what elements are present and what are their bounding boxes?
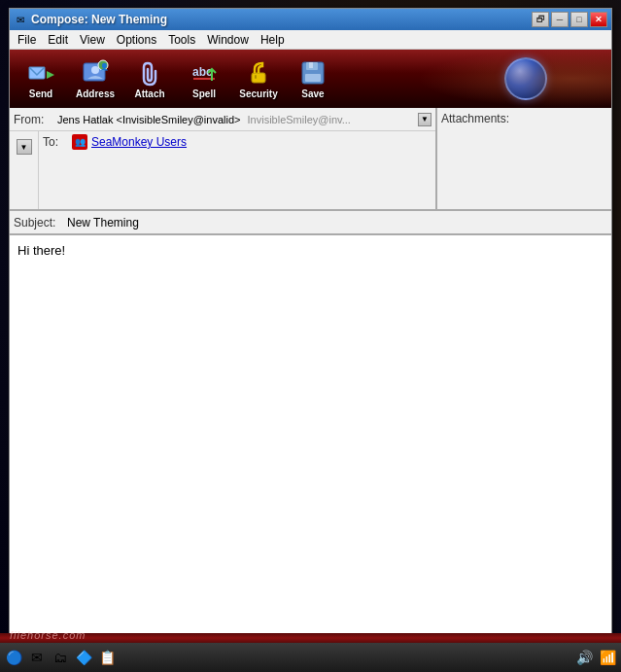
- menu-edit[interactable]: Edit: [42, 31, 74, 49]
- taskbar-right: 🔊 📶: [574, 648, 617, 667]
- spell-label: Spell: [192, 88, 216, 99]
- address-button[interactable]: 👤 Address: [70, 53, 121, 104]
- attachments-label: Attachments:: [441, 112, 607, 125]
- save-label: Save: [301, 88, 324, 99]
- from-row: From: Jens Hatlak <InvisibleSmiley@inval…: [10, 108, 435, 131]
- to-label: To:: [43, 135, 72, 149]
- to-row: To: 👥 SeaMonkey Users: [39, 131, 435, 153]
- attach-button[interactable]: Attach: [124, 53, 175, 104]
- taskbar-icon-4[interactable]: 📋: [97, 648, 117, 667]
- to-left: ▼: [10, 131, 39, 209]
- recipient-icon-symbol: 👥: [75, 137, 86, 147]
- taskbar-volume-icon[interactable]: 🔊: [574, 648, 594, 667]
- recipient-icon: 👥: [72, 134, 87, 150]
- security-button[interactable]: Security: [233, 53, 284, 104]
- menu-help[interactable]: Help: [255, 31, 291, 49]
- svg-rect-8: [252, 73, 265, 83]
- compose-area: From: Jens Hatlak <InvisibleSmiley@inval…: [10, 108, 611, 658]
- attach-label: Attach: [134, 88, 164, 99]
- to-section: ▼ To: 👥 SeaMonkey Users: [10, 131, 435, 209]
- taskbar: 🔵 ✉ 🗂 🔷 📋 🔊 📶: [0, 643, 621, 672]
- from-name: Jens Hatlak <InvisibleSmiley@invalid>: [57, 114, 240, 125]
- window-icon: ✉: [14, 13, 27, 26]
- spell-icon: abc: [190, 59, 218, 87]
- filehorse-text: filehorse.com: [10, 629, 86, 641]
- spell-button[interactable]: abc Spell: [179, 53, 229, 104]
- to-arrow[interactable]: ▼: [17, 139, 32, 155]
- svg-point-3: [91, 66, 99, 74]
- menu-bar: File Edit View Options Tools Window Help: [10, 30, 611, 50]
- save-icon: [299, 59, 327, 87]
- attach-icon: [136, 59, 163, 87]
- save-button[interactable]: Save: [288, 53, 338, 104]
- from-secondary: InvisibleSmiley@inv...: [248, 114, 351, 125]
- menu-options[interactable]: Options: [111, 31, 162, 49]
- from-value: Jens Hatlak <InvisibleSmiley@invalid> In…: [57, 114, 418, 125]
- attachments-section: Attachments:: [436, 108, 611, 209]
- taskbar-icon-3[interactable]: 🔷: [74, 648, 93, 667]
- svg-rect-9: [255, 75, 257, 79]
- body-text: Hi there!: [17, 243, 65, 258]
- restore-button[interactable]: 🗗: [532, 12, 549, 27]
- recipient-name[interactable]: SeaMonkey Users: [91, 135, 187, 149]
- window-title: Compose: New Theming: [31, 13, 167, 26]
- address-label: Address: [76, 88, 115, 99]
- compose-window: ✉ Compose: New Theming 🗗 ─ □ ✕ File Edit…: [9, 8, 612, 659]
- security-icon: [245, 59, 272, 87]
- svg-marker-1: [47, 71, 54, 79]
- toolbar: Send 👤 Address Attach: [10, 50, 611, 108]
- to-content: 👥 SeaMonkey Users: [72, 134, 431, 150]
- from-dropdown[interactable]: ▼: [418, 113, 431, 126]
- toolbar-globe: [504, 57, 547, 100]
- svg-rect-13: [305, 74, 321, 82]
- to-right: To: 👥 SeaMonkey Users: [39, 131, 435, 209]
- menu-file[interactable]: File: [12, 31, 42, 49]
- taskbar-network-icon[interactable]: 📶: [598, 648, 617, 667]
- svg-rect-12: [309, 62, 313, 68]
- send-icon: [27, 59, 54, 87]
- maximize-button[interactable]: □: [570, 12, 588, 27]
- close-button[interactable]: ✕: [590, 12, 607, 27]
- security-label: Security: [239, 88, 277, 99]
- watermark-bar: [0, 633, 621, 643]
- taskbar-mail-icon[interactable]: ✉: [27, 648, 47, 667]
- title-buttons: 🗗 ─ □ ✕: [532, 12, 607, 27]
- title-bar: ✉ Compose: New Theming 🗗 ─ □ ✕: [10, 9, 611, 30]
- address-section: From: Jens Hatlak <InvisibleSmiley@inval…: [10, 108, 436, 209]
- menu-window[interactable]: Window: [201, 31, 255, 49]
- from-label: From:: [14, 113, 57, 126]
- send-label: Send: [29, 88, 52, 99]
- title-bar-left: ✉ Compose: New Theming: [14, 13, 167, 26]
- header-section: From: Jens Hatlak <InvisibleSmiley@inval…: [10, 108, 611, 210]
- to-row-2: [39, 153, 435, 174]
- svg-text:👤: 👤: [100, 62, 109, 71]
- subject-value: New Theming: [67, 216, 139, 230]
- send-button[interactable]: Send: [16, 53, 66, 104]
- body-area[interactable]: Hi there!: [10, 233, 611, 658]
- taskbar-start-icon[interactable]: 🔵: [4, 648, 23, 667]
- minimize-button[interactable]: ─: [551, 12, 569, 27]
- subject-label: Subject:: [14, 216, 67, 230]
- address-icon: 👤: [82, 59, 109, 87]
- menu-tools[interactable]: Tools: [162, 31, 201, 49]
- subject-row: Subject: New Theming: [10, 210, 611, 233]
- menu-view[interactable]: View: [74, 31, 111, 49]
- to-row-3: [39, 174, 435, 195]
- taskbar-icon-2[interactable]: 🗂: [51, 648, 70, 667]
